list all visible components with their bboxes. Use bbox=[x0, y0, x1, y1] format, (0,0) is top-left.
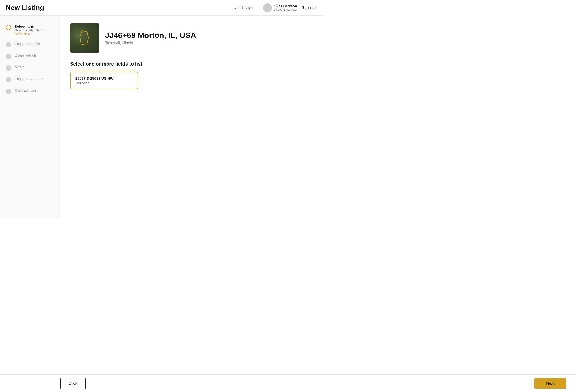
user-section: Silas Berkson Account Manager bbox=[263, 3, 297, 12]
farm-region: Tazewell, Illinois bbox=[105, 41, 196, 45]
user-role: Account Manager bbox=[274, 8, 297, 11]
phone-number: +1 (31 bbox=[308, 6, 317, 10]
field-card[interactable]: 28537 & 28633 US HW... 238 acres bbox=[70, 72, 138, 89]
sidebar-item-property-features[interactable]: Property features bbox=[0, 74, 60, 85]
header-divider bbox=[258, 3, 258, 13]
farm-card: JJ46+59 Morton, IL, USA Tazewell, Illino… bbox=[70, 23, 313, 53]
field-card-acres: 238 acres bbox=[75, 81, 133, 85]
phone-icon bbox=[302, 6, 306, 10]
farm-info: JJ46+59 Morton, IL, USA Tazewell, Illino… bbox=[105, 31, 196, 45]
step-circle-property-details bbox=[6, 42, 11, 47]
sidebar-item-listing-details-label: Listing details bbox=[15, 53, 37, 57]
farm-thumbnail-image bbox=[70, 23, 99, 53]
step-circle-select-farm bbox=[6, 25, 11, 30]
sidebar-item-property-features-label: Property features bbox=[15, 77, 43, 81]
step-circle-listing-details bbox=[6, 54, 11, 59]
sidebar: Select farm New or existing farm Select … bbox=[0, 16, 60, 218]
user-info: Silas Berkson Account Manager bbox=[274, 4, 297, 11]
header: New Listing Need Help? Silas Berkson Acc… bbox=[0, 0, 323, 16]
avatar bbox=[263, 3, 272, 12]
sidebar-item-select-farm-title: Select farm bbox=[15, 24, 43, 28]
select-fields-title: Select one or more fields to list bbox=[70, 61, 313, 67]
sidebar-item-new-existing: New or existing farm bbox=[15, 28, 43, 32]
farm-thumbnail bbox=[70, 23, 99, 53]
farm-location-code: JJ46+59 Morton, IL, USA bbox=[105, 31, 196, 40]
sidebar-item-listing-details[interactable]: Listing details bbox=[0, 50, 60, 62]
header-right: Need Help? Silas Berkson Account Manager… bbox=[234, 3, 317, 13]
phone-section[interactable]: +1 (31 bbox=[302, 6, 317, 10]
sidebar-item-contract-type[interactable]: Contract type bbox=[0, 85, 60, 97]
content-area: JJ46+59 Morton, IL, USA Tazewell, Illino… bbox=[60, 16, 323, 218]
step-circle-media bbox=[6, 65, 11, 71]
need-help-label: Need Help? bbox=[234, 6, 253, 10]
step-circle-property-features bbox=[6, 77, 11, 83]
step-circle-contract-type bbox=[6, 89, 11, 94]
sidebar-item-media-label: Media bbox=[15, 65, 25, 69]
field-card-name: 28537 & 28633 US HW... bbox=[75, 76, 133, 80]
main-layout: Select farm New or existing farm Select … bbox=[0, 16, 323, 218]
sidebar-item-select-farm[interactable]: Select farm New or existing farm Select … bbox=[0, 21, 60, 39]
user-name: Silas Berkson bbox=[274, 4, 297, 8]
sidebar-item-select-farm-content: Select farm New or existing farm Select … bbox=[15, 24, 43, 36]
svg-marker-0 bbox=[80, 31, 88, 45]
sidebar-item-media[interactable]: Media bbox=[0, 62, 60, 74]
farm-polygon-svg bbox=[77, 29, 92, 46]
sidebar-item-property-details[interactable]: Property details bbox=[0, 39, 60, 50]
sidebar-item-property-details-label: Property details bbox=[15, 42, 40, 46]
sidebar-item-select-field-link[interactable]: Select field bbox=[15, 32, 43, 36]
sidebar-item-contract-type-label: Contract type bbox=[15, 88, 36, 92]
page-title: New Listing bbox=[6, 4, 44, 12]
